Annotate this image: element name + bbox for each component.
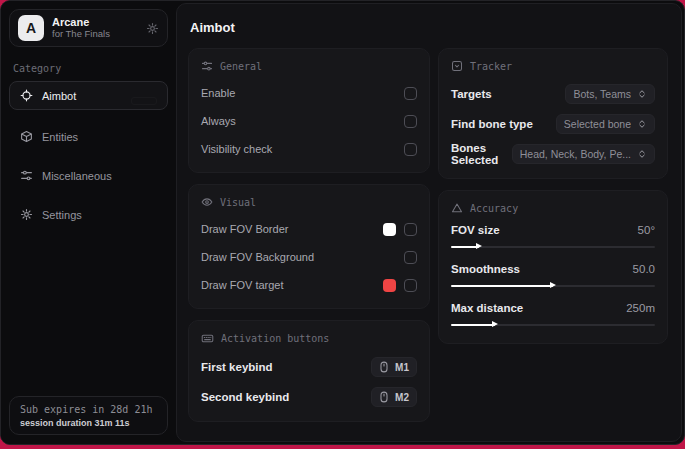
keybind-value: M2	[395, 392, 409, 403]
tracker-row-targets: Targets Bots, Teams	[451, 82, 655, 106]
sidebar-item-miscellaneous[interactable]: Miscellaneous	[9, 161, 168, 190]
slider-value: 50.0	[633, 263, 655, 275]
setting-label: Visibility check	[201, 143, 272, 155]
card-title: Accuracy	[470, 203, 518, 214]
activation-card: Activation buttons First keybind M1	[188, 320, 430, 422]
setting-label: Draw FOV target	[201, 279, 284, 291]
sliders-icon	[201, 60, 213, 72]
slider-label: FOV size	[451, 224, 500, 236]
setting-row-fov-border: Draw FOV Border	[201, 218, 417, 240]
subscription-info: Sub expires in 28d 21h session duration …	[9, 396, 168, 435]
sidebar-item-label: Settings	[42, 209, 82, 221]
triangle-icon	[451, 202, 463, 214]
card-title: Visual	[220, 197, 256, 208]
setting-label: Draw FOV Border	[201, 223, 288, 235]
session-duration-text: session duration 31m 11s	[20, 418, 157, 428]
fov-background-checkbox[interactable]	[404, 251, 417, 264]
setting-row-fov-target: Draw FOV target	[201, 274, 417, 296]
slider-value: 50°	[638, 224, 655, 236]
mouse-icon	[379, 361, 389, 373]
left-column: General Enable Always Visibility check	[188, 48, 430, 422]
gear-icon[interactable]	[146, 22, 159, 35]
chevrons-up-down-icon	[637, 149, 647, 159]
second-keybind-button[interactable]: M2	[371, 387, 417, 407]
category-label: Category	[13, 63, 164, 74]
tracker-row-find-bone-type: Find bone type Selected bone	[451, 112, 655, 136]
chevrons-up-down-icon	[637, 89, 647, 99]
visibility-check-checkbox[interactable]	[404, 143, 417, 156]
setting-label: Enable	[201, 87, 235, 99]
max-distance-slider[interactable]	[451, 320, 655, 329]
sidebar-item-entities[interactable]: Entities	[9, 122, 168, 151]
keybind-value: M1	[395, 362, 409, 373]
cube-icon	[20, 130, 33, 143]
general-card: General Enable Always Visibility check	[188, 48, 430, 173]
color-swatch[interactable]	[383, 223, 396, 236]
tracker-card: Tracker Targets Bots, Teams	[438, 48, 668, 179]
right-column: Tracker Targets Bots, Teams	[438, 48, 668, 344]
targets-dropdown[interactable]: Bots, Teams	[565, 84, 655, 104]
fov-size-slider[interactable]	[451, 242, 655, 251]
select-box-icon	[451, 60, 463, 72]
slider-thumb[interactable]	[476, 243, 482, 249]
keyboard-icon	[201, 332, 214, 345]
accuracy-card: Accuracy FOV size 50°	[438, 190, 668, 344]
active-item-hint	[131, 97, 157, 105]
color-swatch[interactable]	[383, 279, 396, 292]
setting-label: Draw FOV Background	[201, 251, 314, 263]
page-title: Aimbot	[190, 20, 668, 35]
fov-border-checkbox[interactable]	[404, 223, 417, 236]
main-panel: Aimbot General	[176, 3, 682, 442]
slider-label: Max distance	[451, 302, 523, 314]
sidebar-item-settings[interactable]: Settings	[9, 200, 168, 229]
fov-target-checkbox[interactable]	[404, 279, 417, 292]
setting-label: Always	[201, 115, 236, 127]
mouse-icon	[379, 391, 389, 403]
app-name: Arcane	[52, 16, 110, 29]
slider-row-max-distance: Max distance 250m	[451, 302, 655, 329]
chevrons-up-down-icon	[637, 119, 647, 129]
keybind-row-first: First keybind M1	[201, 355, 417, 379]
sidebar-menu: Aimbot Entities	[9, 81, 168, 229]
sidebar-item-aimbot[interactable]: Aimbot	[9, 81, 168, 110]
app-subtitle: for The Finals	[52, 29, 110, 40]
app-window: A Arcane for The Finals Category	[0, 0, 685, 445]
card-title: General	[220, 61, 262, 72]
slider-row-smoothness: Smoothness 50.0	[451, 263, 655, 290]
card-title: Activation buttons	[221, 333, 329, 344]
sidebar-item-label: Entities	[42, 131, 78, 143]
card-title: Tracker	[470, 61, 512, 72]
tracker-row-bones-selected: Bones Selected Head, Neck, Body, Pe...	[451, 142, 655, 166]
setting-row-enable: Enable	[201, 82, 417, 104]
bones-selected-dropdown[interactable]: Head, Neck, Body, Pe...	[512, 144, 655, 164]
slider-row-fov-size: FOV size 50°	[451, 224, 655, 251]
app-logo: A	[18, 15, 44, 41]
sub-expires-text: Sub expires in 28d 21h	[20, 404, 157, 415]
first-keybind-button[interactable]: M1	[371, 357, 417, 377]
slider-label: Smoothness	[451, 263, 520, 275]
enable-checkbox[interactable]	[404, 87, 417, 100]
slider-thumb[interactable]	[492, 321, 498, 327]
keybind-row-second: Second keybind M2	[201, 385, 417, 409]
tracker-label: Find bone type	[451, 118, 533, 130]
crosshair-icon	[20, 89, 33, 102]
slider-value: 250m	[626, 302, 655, 314]
find-bone-type-dropdown[interactable]: Selected bone	[556, 114, 655, 134]
dropdown-value: Bots, Teams	[573, 88, 631, 100]
sidebar: A Arcane for The Finals Category	[1, 1, 176, 444]
sliders-icon	[20, 169, 33, 182]
keybind-label: Second keybind	[201, 391, 289, 403]
eye-icon	[201, 196, 213, 208]
setting-row-visibility-check: Visibility check	[201, 138, 417, 160]
tracker-label: Bones Selected	[451, 142, 512, 166]
visual-card: Visual Draw FOV Border Draw FOV Backgrou…	[188, 184, 430, 309]
dropdown-value: Selected bone	[564, 118, 631, 130]
slider-thumb[interactable]	[550, 282, 556, 288]
gear-icon	[20, 208, 33, 221]
setting-row-fov-background: Draw FOV Background	[201, 246, 417, 268]
always-checkbox[interactable]	[404, 115, 417, 128]
smoothness-slider[interactable]	[451, 281, 655, 290]
tracker-label: Targets	[451, 88, 492, 100]
sidebar-item-label: Aimbot	[42, 90, 76, 102]
app-header: A Arcane for The Finals	[9, 9, 168, 47]
